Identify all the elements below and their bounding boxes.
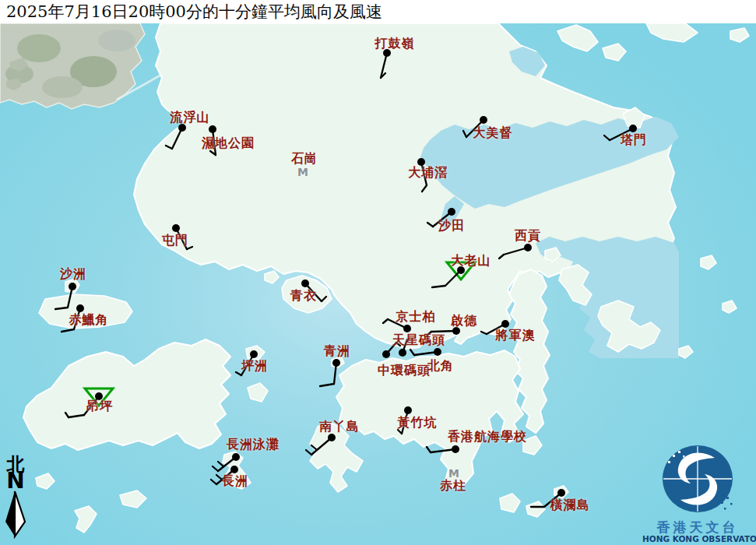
wind-barb [610, 128, 633, 140]
wind-barb [311, 445, 317, 450]
wind-barb [216, 475, 222, 480]
station-dot [524, 244, 532, 251]
station-dot [178, 124, 186, 132]
wind-barb [213, 466, 218, 471]
wind-barb [422, 185, 427, 192]
wind-barb [410, 350, 414, 355]
wind-barb [55, 308, 68, 309]
station-dot [399, 349, 406, 357]
station-dot [629, 125, 637, 132]
station-dot [417, 158, 425, 166]
page-title: 2025年7月16日20時00分的十分鐘平均風向及風速 [6, 1, 382, 23]
station-dot [452, 327, 460, 335]
wind-barb [604, 135, 610, 140]
station-dot [452, 445, 459, 453]
hko-logo: 香港天文台 HONG KONG OBSERVATORY [642, 444, 753, 544]
wind-barb [499, 255, 504, 258]
station-dot [301, 280, 309, 287]
wind-barb [427, 447, 431, 452]
station-dot [232, 453, 240, 461]
wind-barb [306, 450, 311, 455]
station-dot [250, 350, 258, 358]
wind-barb [65, 413, 69, 417]
hko-emblem-icon [659, 444, 737, 517]
north-arrow-icon [2, 490, 29, 539]
hko-english-name: HONG KONG OBSERVATORY [642, 534, 753, 544]
wind-barb [166, 146, 172, 149]
station-dot [501, 320, 509, 328]
station-dot [332, 359, 340, 367]
wind-barb [62, 329, 74, 332]
station-dot [383, 49, 391, 57]
station-dot [382, 350, 390, 358]
wind-barb [320, 384, 334, 386]
wind-barb [236, 372, 241, 375]
wind-barb [427, 332, 431, 336]
station-dot [434, 348, 441, 356]
wind-barb [211, 480, 216, 484]
wind-barb [396, 343, 400, 346]
station-dot [76, 304, 84, 312]
station-dot [403, 325, 411, 332]
hko-chinese-name: 香港天文台 [642, 521, 753, 534]
wind-barb [218, 462, 223, 466]
wind-barb [432, 286, 445, 287]
wind-barb [69, 415, 84, 417]
north-letter-label: N [2, 472, 30, 490]
wind-barb [398, 430, 402, 434]
station-dot [209, 125, 216, 133]
wind-barb [383, 319, 388, 323]
title-bar: 2025年7月16日20時00分的十分鐘平均風向及風速 [0, 0, 756, 23]
station-dot [69, 283, 76, 290]
station-dot [480, 116, 487, 124]
station-dot [557, 489, 565, 497]
north-compass: 北 N [2, 455, 30, 542]
wind-map-app: 打鼓嶺流浮山濕地公園石崗M大美督大埔滘塔門沙田屯門西貢大老山沙洲赤鱲角青衣京士柏… [0, 0, 756, 545]
wind-barb [481, 332, 487, 334]
station-dot [172, 224, 180, 232]
wind-barb [463, 131, 466, 137]
wind-barb [322, 297, 326, 301]
wind-barb [187, 247, 192, 249]
wind-barb [311, 438, 332, 455]
station-dot [230, 466, 238, 473]
station-dot [448, 208, 455, 216]
station-dot [95, 392, 103, 400]
station-dot [457, 266, 465, 274]
station-dot [404, 406, 412, 414]
wind-barb [427, 223, 433, 227]
station-dot [328, 434, 336, 441]
